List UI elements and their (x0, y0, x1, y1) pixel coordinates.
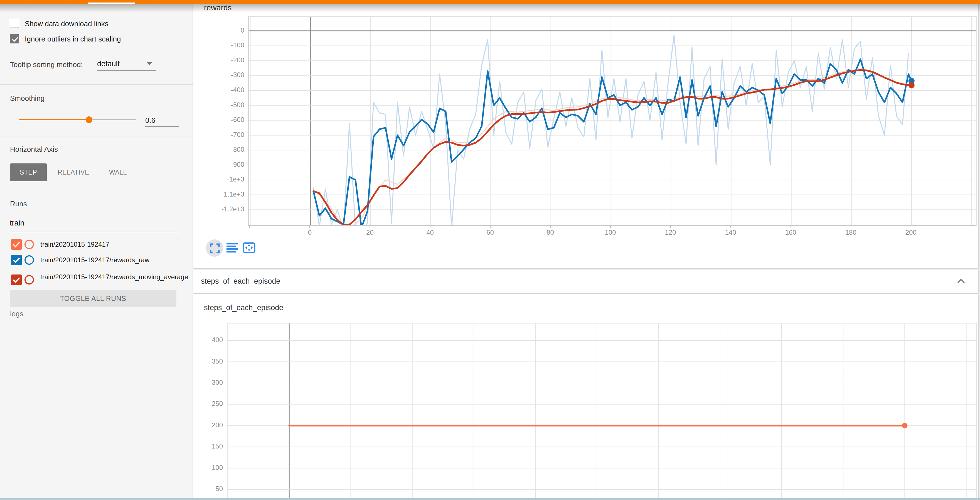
axis-button-relative[interactable]: RELATIVE (52, 163, 95, 181)
divider (0, 136, 193, 136)
y-axis-tick-label: -1.2e+3 (211, 205, 244, 213)
rewards-line-chart[interactable] (248, 16, 977, 226)
y-axis-tick-label: -700 (211, 131, 244, 139)
show-download-links-label: Show data download links (25, 19, 108, 28)
run-checkbox[interactable] (11, 274, 22, 285)
steps-line-chart[interactable] (227, 323, 977, 498)
chevron-down-icon[interactable] (146, 62, 152, 65)
y-axis-tick-label: 250 (189, 400, 223, 408)
check-icon (11, 255, 22, 265)
x-axis-tickmark (730, 225, 731, 228)
ignore-outliers-label: Ignore outliers in chart scaling (25, 35, 121, 43)
x-axis-tickmark (309, 225, 310, 228)
y-axis-tick-label: -200 (211, 56, 244, 64)
x-axis-tick-label: 0 (293, 229, 326, 236)
smoothing-value-input[interactable]: 0.6 (145, 116, 179, 125)
rewards-chart-title: rewards (204, 3, 232, 12)
runs-filter-underline (10, 232, 179, 232)
axis-button-wall[interactable]: WALL (102, 163, 134, 181)
x-axis-tick-label: 180 (834, 229, 868, 236)
horizontal-axis-label: Horizontal Axis (10, 145, 58, 154)
run-row-1[interactable]: train/20201015-192417 (11, 239, 189, 252)
smoothing-slider[interactable] (19, 119, 136, 120)
y-axis-tick-label: 200 (189, 421, 223, 429)
tooltip-sorting-label: Tooltip sorting method: (10, 61, 83, 69)
run-label: train/20201015-192417/rewards_raw (40, 256, 191, 264)
y-axis-tick-label: -400 (211, 86, 244, 94)
settings-sidebar: Show data download links Ignore outliers… (0, 4, 193, 500)
y-axis-tick-label: 350 (189, 357, 223, 365)
y-axis-tick-label: 150 (189, 443, 223, 450)
x-axis-tickmark (851, 225, 851, 228)
divider (0, 189, 193, 189)
check-icon (11, 274, 22, 285)
toggle-series-data-icon[interactable] (226, 243, 238, 253)
x-axis-tick-label: 160 (774, 229, 808, 236)
tooltip-sorting-underline (97, 70, 156, 71)
y-axis-tick-label: -100 (211, 41, 244, 49)
fit-domain-to-data-icon[interactable] (243, 242, 255, 253)
y-axis-tick-label: -1e+3 (211, 175, 244, 183)
top-toolbar (0, 0, 980, 4)
run-label: train/20201015-192417 (40, 240, 191, 248)
y-axis-tick-label: -600 (211, 116, 244, 124)
x-axis-tickmark (550, 225, 550, 228)
run-checkbox[interactable] (11, 255, 22, 265)
smoothing-slider-thumb[interactable] (86, 116, 92, 123)
run-color-swatch[interactable] (24, 240, 34, 249)
run-color-swatch[interactable] (24, 275, 34, 285)
expand-chart-icon[interactable] (210, 243, 220, 253)
run-color-swatch[interactable] (24, 255, 34, 265)
run-checkbox[interactable] (11, 239, 22, 250)
divider (0, 84, 193, 85)
section-header-steps[interactable] (193, 269, 978, 293)
y-axis-tick-label: -500 (211, 101, 244, 109)
x-axis-tickmark (490, 225, 490, 228)
active-tab-indicator (88, 3, 135, 4)
y-axis-tick-label: 400 (189, 336, 223, 344)
y-axis-tick-label: -1.1e+3 (211, 190, 244, 198)
x-axis-tick-label: 100 (594, 229, 627, 236)
run-row-2[interactable]: train/20201015-192417/rewards_raw (11, 255, 189, 267)
x-axis-tick-label: 120 (654, 229, 687, 236)
ignore-outliers-checkbox[interactable] (10, 34, 19, 43)
y-axis-tick-label: 0 (211, 27, 244, 34)
axis-button-step[interactable]: STEP (10, 163, 47, 181)
x-axis-tickmark (249, 225, 250, 228)
y-axis-tick-label: 50 (189, 485, 223, 493)
toggle-all-runs-button[interactable]: TOGGLE ALL RUNS (10, 290, 177, 307)
steps-chart-title: steps_of_each_episode (204, 303, 283, 312)
x-axis-tick-label: 200 (894, 229, 928, 236)
section-header-title: steps_of_each_episode (201, 277, 280, 286)
show-download-links-checkbox[interactable] (10, 19, 19, 28)
chart-canvas (228, 323, 976, 498)
tooltip-sorting-select[interactable]: default (97, 60, 120, 68)
window-bottom-edge (0, 498, 980, 500)
x-axis-tickmark (369, 225, 370, 228)
x-axis-tick-label: 140 (714, 229, 748, 236)
y-axis-tick-label: 100 (189, 464, 223, 471)
runs-filter-input[interactable] (10, 219, 179, 228)
x-axis-tick-label: 60 (474, 229, 507, 236)
check-icon (10, 35, 20, 44)
y-axis-tick-label: 300 (189, 379, 223, 386)
y-axis-tick-label: -800 (211, 146, 244, 153)
x-axis-tickmark (430, 225, 430, 228)
x-axis-tick-label: 80 (534, 229, 567, 236)
smoothing-value-underline (145, 126, 179, 127)
run-label: train/20201015-192417/rewards_moving_ave… (40, 273, 191, 281)
x-axis-tickmark (670, 225, 671, 228)
chart-canvas (249, 17, 976, 225)
x-axis-tick-label: 20 (353, 229, 387, 236)
tensorboard-scalars-page: Show data download links Ignore outliers… (0, 0, 980, 500)
y-axis-tick-label: -900 (211, 161, 244, 169)
x-axis-tickmark (971, 225, 971, 228)
x-axis-tick-label: 40 (414, 229, 447, 236)
x-axis-tickmark (610, 225, 611, 228)
smoothing-slider-fill (19, 119, 89, 120)
y-axis-tick-label: -300 (211, 71, 244, 79)
x-axis-tickmark (791, 225, 791, 228)
smoothing-label: Smoothing (10, 94, 45, 103)
chevron-up-icon[interactable] (957, 277, 966, 286)
logdir-label: logs (10, 310, 23, 318)
